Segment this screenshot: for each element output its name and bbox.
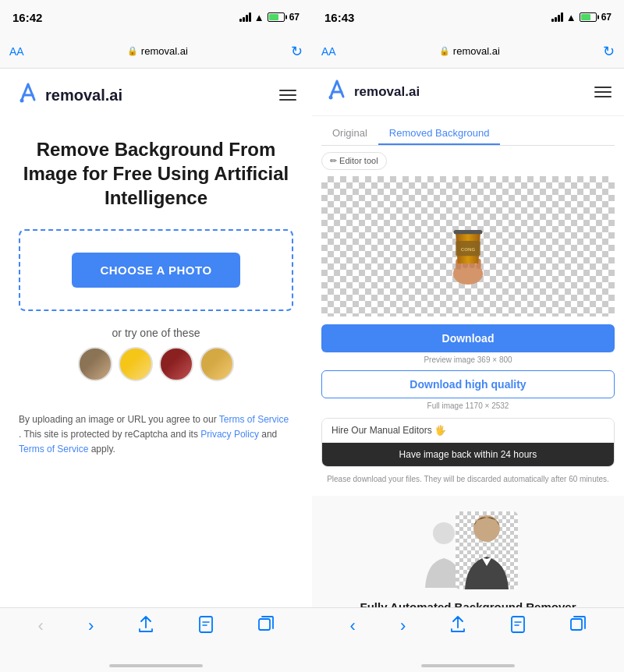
svg-point-13 (433, 522, 455, 544)
sample-image-4[interactable] (200, 347, 234, 381)
wifi-icon: ▲ (254, 12, 264, 23)
home-indicator-right (421, 664, 515, 667)
svg-rect-16 (571, 619, 582, 630)
site-header-left: removal.ai (0, 69, 312, 122)
logo-text-left: removal.ai (45, 87, 122, 104)
coffee-cup-image: CONG (441, 203, 495, 289)
svg-point-0 (20, 99, 24, 103)
browser-bar-right: AA 🔒 removal.ai ↻ (312, 34, 624, 69)
left-content-area: removal.ai Remove Background From Image … (0, 69, 312, 607)
forward-button-right[interactable]: › (394, 616, 412, 636)
url-bar-left[interactable]: 🔒 removal.ai (127, 45, 188, 57)
svg-point-3 (329, 96, 333, 100)
svg-rect-2 (259, 619, 270, 630)
person-transparent-bg (456, 511, 518, 589)
bookmarks-button-left[interactable] (192, 616, 220, 638)
bookmarks-button-right[interactable] (504, 616, 532, 638)
logo-text-right: removal.ai (354, 84, 420, 100)
hero-title: Remove Background From Image for Free Us… (19, 137, 293, 210)
upload-drop-zone[interactable]: CHOOSE A PHOTO (19, 229, 293, 311)
site-header-right: removal.ai (312, 69, 624, 116)
automated-section: Fully Automated Background Remover Insta… (312, 496, 624, 607)
share-button-right[interactable] (444, 616, 472, 638)
lock-icon-right: 🔒 (439, 46, 450, 56)
forward-button-left[interactable]: › (82, 616, 100, 636)
bottom-nav-right: ‹ › (312, 607, 624, 672)
url-bar-right[interactable]: 🔒 removal.ai (439, 45, 500, 57)
removal-ai-logo-icon (16, 81, 41, 109)
image-preview: CONG (321, 176, 615, 317)
terms-text-prefix: By uploading an image or URL you agree t… (19, 414, 219, 425)
right-phone-panel: 16:43 ▲ 67 AA 🔒 removal.ai ↻ (312, 0, 624, 672)
removal-ai-logo-icon-right (324, 78, 349, 106)
person-color-image (456, 511, 518, 589)
share-button-left[interactable] (132, 616, 160, 638)
signal-icon-right (551, 12, 563, 22)
status-icons-left: ▲ 67 (239, 12, 300, 23)
refresh-button-left[interactable]: ↻ (291, 43, 303, 60)
download-button[interactable]: Download (321, 324, 615, 352)
terms-text-mid: . This site is protected by reCaptcha an… (19, 429, 200, 440)
hamburger-menu-left[interactable] (279, 90, 296, 101)
back-button-right[interactable]: ‹ (344, 616, 362, 636)
sample-image-3[interactable] (159, 347, 193, 381)
svg-text:CONG: CONG (461, 246, 476, 252)
sample-image-2[interactable] (119, 347, 153, 381)
privacy-policy-link[interactable]: Privacy Policy (200, 429, 259, 440)
battery-icon: 67 (268, 12, 300, 23)
browser-bar-left: AA 🔒 removal.ai ↻ (0, 34, 312, 69)
font-size-control[interactable]: AA (9, 45, 24, 58)
tabs-button-left[interactable] (252, 616, 280, 636)
tab-removed-background[interactable]: Removed Background (378, 122, 501, 145)
refresh-button-right[interactable]: ↻ (603, 43, 615, 60)
full-size-text: Full image 1170 × 2532 (321, 401, 615, 410)
terms-and: and (259, 429, 277, 440)
svg-point-14 (473, 515, 500, 542)
battery-icon-right: 67 (580, 12, 612, 23)
preview-size-text: Preview image 369 × 800 (321, 355, 615, 364)
try-samples-section: or try one of these (19, 327, 293, 381)
manual-edit-top: Hire Our Manual Editors 🖐 (322, 419, 614, 443)
time-right: 16:43 (324, 11, 354, 24)
right-content-area: removal.ai Original Removed Background ✏… (312, 69, 624, 607)
status-bar-left: 16:42 ▲ 67 (0, 0, 312, 34)
url-text-left: removal.ai (141, 45, 188, 57)
logo-area-right: removal.ai (324, 78, 420, 106)
url-text-right: removal.ai (453, 45, 500, 57)
back-button-left[interactable]: ‹ (32, 616, 50, 636)
svg-rect-1 (200, 617, 212, 632)
manual-edit-bottom[interactable]: Have image back within 24 hours (322, 443, 614, 466)
hero-section: Remove Background From Image for Free Us… (0, 122, 312, 400)
time-left: 16:42 (12, 11, 42, 24)
left-phone-panel: 16:42 ▲ 67 AA 🔒 removal.ai ↻ (0, 0, 312, 672)
logo-area-left: removal.ai (16, 81, 122, 109)
terms-text-end: apply. (88, 444, 115, 454)
hamburger-menu-right[interactable] (594, 87, 612, 97)
status-bar-right: 16:43 ▲ 67 (312, 0, 624, 34)
svg-rect-10 (454, 230, 483, 234)
auto-section-title: Fully Automated Background Remover (324, 600, 612, 607)
home-indicator-left (109, 664, 203, 667)
choose-photo-button[interactable]: CHOOSE A PHOTO (72, 253, 239, 288)
editor-tool-button[interactable]: ✏ Editor tool (321, 152, 387, 170)
lock-icon: 🔒 (127, 46, 138, 56)
bottom-nav-left: ‹ › (0, 607, 312, 672)
terms-of-service-link-2[interactable]: Terms of Service (19, 444, 88, 454)
manual-edit-box: Hire Our Manual Editors 🖐 Have image bac… (321, 418, 615, 467)
try-text: or try one of these (19, 327, 293, 339)
tabs-button-right[interactable] (564, 616, 592, 636)
signal-icon (239, 12, 251, 22)
terms-of-service-link-1[interactable]: Terms of Service (219, 414, 289, 425)
tab-original[interactable]: Original (321, 122, 378, 145)
svg-rect-15 (512, 617, 524, 632)
font-size-control-right[interactable]: AA (321, 45, 336, 58)
download-hq-button[interactable]: Download high quality (321, 370, 615, 398)
sample-images-row (19, 347, 293, 381)
auto-preview-images (324, 511, 612, 589)
tabs-row: Original Removed Background (321, 116, 615, 146)
discard-notice: Please download your files. They will be… (321, 472, 615, 486)
editor-section: Original Removed Background ✏ Editor too… (312, 116, 624, 496)
sample-image-1[interactable] (78, 347, 112, 381)
status-icons-right: ▲ 67 (551, 12, 612, 23)
wifi-icon-right: ▲ (566, 12, 576, 23)
